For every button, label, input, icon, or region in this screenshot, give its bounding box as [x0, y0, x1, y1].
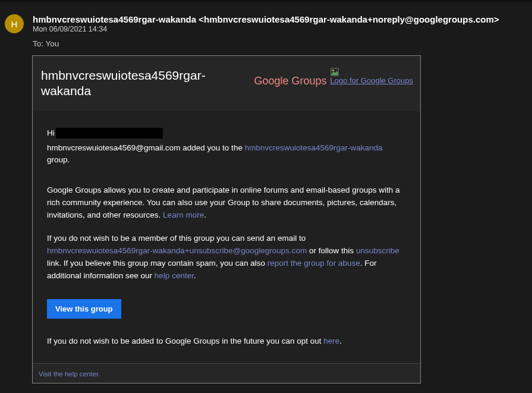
- unsubscribe-paragraph: If you do not wish to be a member of thi…: [47, 232, 406, 282]
- visit-help-center-link[interactable]: Visit the help center.: [39, 370, 100, 378]
- greeting-row: Hi: [47, 128, 406, 139]
- help-center-link[interactable]: help center: [155, 271, 194, 280]
- date-line: Mon 06/09/2021 14:34: [33, 25, 528, 33]
- to-line: To: You: [33, 39, 528, 48]
- intro-paragraph: hmbnvcreswuiotesa4569@gmail.com added yo…: [47, 142, 406, 167]
- card-body: Hi hmbnvcreswuiotesa4569@gmail.com added…: [33, 111, 420, 363]
- to-label: To:: [33, 39, 43, 48]
- logo-alt-link[interactable]: Logo for Google Groups: [330, 76, 413, 86]
- logo-section: Google Groups Logo for Google Groups: [254, 68, 413, 87]
- redacted-name: [56, 128, 163, 139]
- svg-point-2: [332, 70, 334, 71]
- optout-link[interactable]: here: [323, 337, 339, 345]
- broken-image-icon: [330, 68, 339, 76]
- brand-text: Google Groups: [254, 75, 326, 87]
- email-header: H hmbnvcreswuiotesa4569rgar-wakanda <hmb…: [4, 14, 528, 48]
- header-info: hmbnvcreswuiotesa4569rgar-wakanda <hmbnv…: [33, 14, 528, 48]
- description-paragraph: Google Groups allows you to create and p…: [47, 184, 406, 222]
- svg-marker-1: [331, 71, 338, 75]
- group-name-link[interactable]: hmbnvcreswuiotesa4569rgar-wakanda: [245, 143, 383, 152]
- hi-text: Hi: [47, 128, 55, 137]
- group-title: hmbnvcreswuiotesa4569rgar-wakanda: [41, 68, 225, 99]
- logo-box[interactable]: Logo for Google Groups: [330, 68, 413, 86]
- optout-paragraph: If you do not wish to be added to Google…: [47, 335, 406, 348]
- card-footer: Visit the help center.: [33, 363, 420, 383]
- sender-avatar[interactable]: H: [5, 14, 24, 33]
- email-message: H hmbnvcreswuiotesa4569rgar-wakanda <hmb…: [0, 2, 532, 383]
- unsubscribe-email-link[interactable]: hmbnvcreswuiotesa4569rgar-wakanda+unsubs…: [47, 246, 307, 255]
- to-value: You: [46, 39, 59, 48]
- message-card: hmbnvcreswuiotesa4569rgar-wakanda Google…: [32, 55, 421, 383]
- from-line: hmbnvcreswuiotesa4569rgar-wakanda <hmbnv…: [33, 14, 528, 24]
- view-group-button[interactable]: View this group: [47, 299, 121, 319]
- unsubscribe-link[interactable]: unsubscribe: [356, 246, 399, 255]
- report-abuse-link[interactable]: report the group for abuse: [267, 259, 360, 268]
- avatar-initial: H: [11, 19, 18, 29]
- learn-more-link[interactable]: Learn more: [163, 210, 204, 219]
- card-header: hmbnvcreswuiotesa4569rgar-wakanda Google…: [33, 56, 420, 111]
